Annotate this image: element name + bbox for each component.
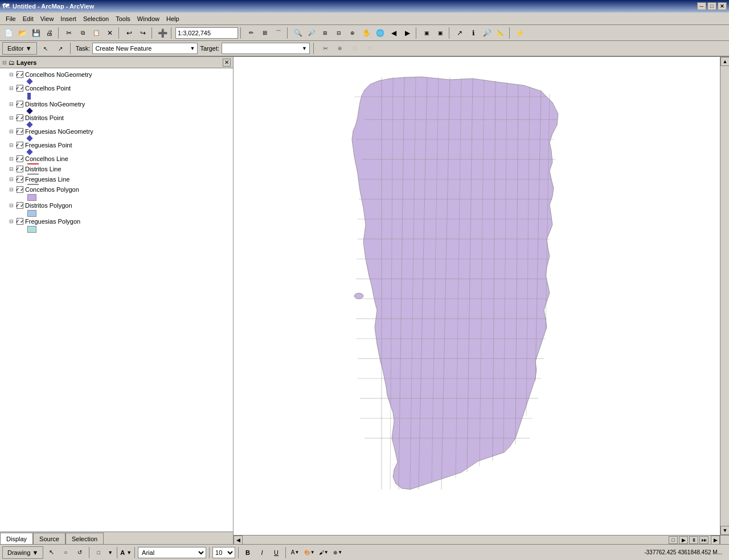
zoom-prev-button[interactable]: ⊕ — [346, 27, 359, 39]
target-dropdown[interactable]: ▼ — [222, 43, 310, 54]
forward-button[interactable]: ▶ — [401, 27, 413, 39]
font-family-select[interactable]: Arial — [138, 547, 206, 558]
edit-tool2[interactable]: ↗ — [54, 42, 67, 55]
underline-button[interactable]: U — [270, 546, 282, 559]
measure-button[interactable]: 📐 — [494, 27, 507, 39]
add-data-button[interactable]: ➕ — [156, 27, 169, 39]
redo-button[interactable]: ↪ — [137, 27, 149, 39]
layer-freguesias-polygon[interactable]: ⊟ ✓ Freguesias Polygon — [0, 217, 233, 225]
page-indicator-1[interactable]: □ — [669, 536, 678, 544]
page-indicator-2[interactable]: ▶ — [679, 536, 688, 544]
attr-button[interactable]: □ — [349, 42, 361, 55]
draw-arrow-button[interactable]: ↖ — [45, 546, 58, 559]
layer-distritos-line[interactable]: ⊟ ✓ Distritos Line — [0, 165, 233, 173]
page-indicator-3[interactable]: ⏸ — [689, 536, 698, 544]
fill-color-button[interactable]: 🎨 ▼ — [303, 546, 316, 559]
select-arrow-button[interactable]: ↗ — [453, 27, 466, 39]
layer-distritos-nogeometry[interactable]: ⊟ ✓ Distritos NoGeometry — [0, 100, 233, 108]
tab-selection[interactable]: Selection — [65, 533, 104, 544]
scale-display[interactable]: 1:3,022,745 — [175, 27, 238, 39]
layout-button[interactable]: ▣ — [420, 27, 433, 39]
menu-help[interactable]: Help — [163, 14, 183, 23]
bold-button[interactable]: B — [241, 546, 254, 559]
layer-concelhos-point[interactable]: ⊟ ✓ Concelhos Point — [0, 84, 233, 92]
cut-sketch-button[interactable]: ✂ — [319, 42, 331, 55]
layer-checkbox[interactable]: ✓ — [17, 155, 23, 162]
line-color-button[interactable]: 🖌 ▼ — [317, 546, 330, 559]
panel-close-button[interactable]: ✕ — [223, 59, 231, 67]
minimize-button[interactable]: ─ — [697, 2, 706, 10]
font-size-select[interactable]: 10 — [212, 547, 235, 558]
layer-freguesias-line[interactable]: ⊟ ✓ Freguesias Line — [0, 175, 233, 183]
sketch-button[interactable]: □ — [363, 42, 376, 55]
map-button[interactable]: ▣ — [434, 27, 447, 39]
edit-vertices-button[interactable]: ✏ — [245, 27, 257, 39]
layer-freguesias-point[interactable]: ⊟ ✓ Freguesias Point — [0, 141, 233, 149]
back-button[interactable]: ◀ — [387, 27, 400, 39]
task-dropdown[interactable]: Create New Feature ▼ — [92, 43, 198, 54]
new-button[interactable]: 📄 — [2, 27, 15, 39]
edit-tool-arrow[interactable]: ↖ — [39, 42, 52, 55]
zoom-out-button[interactable]: 🔎 — [305, 27, 318, 39]
shadow-button[interactable]: ⊕ ▼ — [331, 546, 344, 559]
globe-button[interactable]: 🌐 — [374, 27, 386, 39]
font-color-button[interactable]: A ▼ — [289, 546, 301, 559]
draw-rotate-button[interactable]: ↺ — [73, 546, 86, 559]
tab-display[interactable]: Display — [0, 533, 33, 544]
map-view[interactable]: ▲ ▼ ◀ □ ▶ ⏸ ⏭ ▶ — [234, 57, 729, 544]
layer-checkbox[interactable]: ✓ — [17, 71, 23, 78]
layer-checkbox[interactable]: ✓ — [17, 186, 23, 193]
layer-checkbox[interactable]: ✓ — [17, 218, 23, 225]
page-indicator-4[interactable]: ⏭ — [699, 536, 708, 544]
menu-file[interactable]: File — [2, 14, 19, 23]
menu-selection[interactable]: Selection — [80, 14, 112, 23]
draw-rect-button[interactable]: □ — [92, 546, 105, 559]
zoom-extent-button[interactable]: ⊟ — [333, 27, 345, 39]
scroll-right-arrow[interactable]: ▶ — [711, 536, 720, 545]
layer-checkbox[interactable]: ✓ — [17, 142, 23, 149]
layer-checkbox[interactable]: ✓ — [17, 101, 23, 108]
menu-edit[interactable]: Edit — [19, 14, 37, 23]
layer-checkbox[interactable]: ✓ — [17, 85, 23, 92]
scroll-left-arrow[interactable]: ◀ — [234, 536, 243, 545]
zoom-full-button[interactable]: ⊞ — [319, 27, 331, 39]
vertical-scrollbar[interactable]: ▲ ▼ — [720, 57, 729, 535]
cut-button[interactable]: ✂ — [63, 27, 75, 39]
menu-view[interactable]: View — [37, 14, 58, 23]
layer-freguesias-nogeometry[interactable]: ⊟ ✓ Freguesias NoGeometry — [0, 127, 233, 135]
layer-checkbox[interactable]: ✓ — [17, 114, 23, 121]
menu-insert[interactable]: Insert — [57, 14, 80, 23]
layer-checkbox[interactable]: ✓ — [17, 128, 23, 135]
delete-button[interactable]: ✕ — [104, 27, 116, 39]
menu-tools[interactable]: Tools — [112, 14, 134, 23]
save-button[interactable]: 💾 — [30, 27, 42, 39]
identify-button[interactable]: ℹ — [467, 27, 480, 39]
horizontal-scrollbar[interactable]: ◀ □ ▶ ⏸ ⏭ ▶ — [234, 535, 720, 544]
print-button[interactable]: 🖨 — [43, 27, 56, 39]
layer-checkbox[interactable]: ✓ — [17, 176, 23, 183]
copy-button[interactable]: ⧉ — [76, 27, 89, 39]
scroll-down-arrow[interactable]: ▼ — [720, 526, 729, 535]
zoom-in-button[interactable]: 🔍 — [292, 27, 304, 39]
layer-distritos-point[interactable]: ⊟ ✓ Distritos Point — [0, 114, 233, 122]
open-button[interactable]: 📂 — [16, 27, 28, 39]
menu-window[interactable]: Window — [134, 14, 163, 23]
pan-button[interactable]: ✋ — [360, 27, 372, 39]
find-button[interactable]: 🔎 — [481, 27, 493, 39]
paste-button[interactable]: 📋 — [90, 27, 103, 39]
drawing-dropdown-button[interactable]: Drawing ▼ — [2, 546, 43, 559]
layer-distritos-polygon[interactable]: ⊟ ✓ Distritos Polygon — [0, 201, 233, 209]
layer-checkbox[interactable]: ✓ — [17, 202, 23, 209]
undo-button[interactable]: ↩ — [123, 27, 136, 39]
sketch-props-button[interactable]: ⊞ — [259, 27, 271, 39]
layer-concelhos-polygon[interactable]: ⊟ ✓ Concelhos Polygon — [0, 186, 233, 193]
tab-source[interactable]: Source — [33, 533, 65, 544]
italic-button[interactable]: I — [256, 546, 268, 559]
scroll-up-arrow[interactable]: ▲ — [720, 57, 729, 66]
lightning-button[interactable]: ⚡ — [514, 27, 526, 39]
draw-node-button[interactable]: ○ — [59, 546, 72, 559]
layer-concelhos-nogeometry[interactable]: ⊟ ✓ Concelhos NoGeometry — [0, 71, 233, 79]
editor-dropdown-button[interactable]: Editor ▼ — [2, 42, 37, 55]
layer-concelhos-line[interactable]: ⊟ ✓ Concelhos Line — [0, 155, 233, 163]
close-button[interactable]: ✕ — [718, 2, 727, 10]
